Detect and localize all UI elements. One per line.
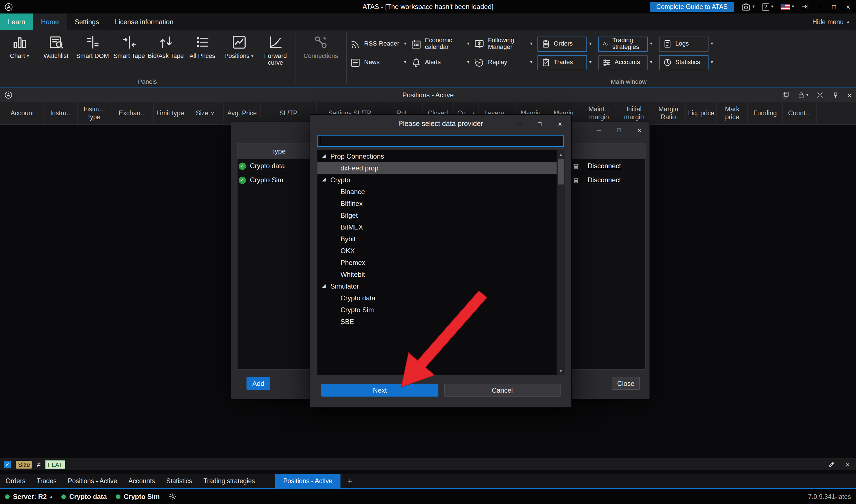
tree-group-crypto[interactable]: Crypto	[317, 174, 565, 186]
tree-item-crypto-data[interactable]: Crypto data	[317, 292, 565, 304]
tree-scrollbar[interactable]: ▲ ▼	[557, 150, 565, 375]
caret-down-icon[interactable]: ▾	[711, 60, 713, 65]
column-header-instrument-type[interactable]: Instru... type	[78, 102, 111, 124]
caret-down-icon[interactable]: ▾	[650, 60, 652, 65]
collapse-window-button[interactable]	[801, 3, 809, 11]
provider-minimize-button[interactable]: ─	[516, 121, 523, 127]
caret-down-icon[interactable]: ▾	[711, 42, 713, 46]
column-header-exchange[interactable]: Exchan...	[111, 102, 154, 124]
bottom-tab-trading-strategies[interactable]: Trading strategies	[198, 474, 261, 488]
tree-item-whitebit[interactable]: Whitebit	[317, 268, 565, 280]
ribbon-item-watchlist[interactable]: Watchlist	[38, 30, 74, 66]
screenshot-button[interactable]: ▾	[741, 2, 755, 12]
disconnect-link-crypto-sim[interactable]: Disconnect	[588, 176, 621, 184]
bottom-tab-trades[interactable]: Trades	[31, 474, 62, 488]
hide-menu-button[interactable]: Hide menu ▴	[806, 14, 856, 30]
tab-home[interactable]: Home	[33, 14, 67, 30]
tree-item-okx[interactable]: OKX	[317, 245, 565, 256]
scroll-thumb[interactable]	[558, 159, 564, 184]
filter-operator[interactable]: ≠	[37, 461, 40, 468]
connection-settings-button[interactable]	[169, 493, 177, 501]
ribbon-item-positions[interactable]: Positions▾	[220, 30, 257, 66]
tree-item-bitget[interactable]: Bitget	[317, 209, 565, 221]
ribbon-item-economic-calendar[interactable]: Economic calendar ▾	[409, 35, 471, 52]
ribbon-item-all-prices[interactable]: All Prices	[184, 30, 220, 66]
tree-item-bitmex[interactable]: BitMEX	[317, 221, 565, 233]
column-header-avg-price[interactable]: Avg. Price	[224, 102, 261, 124]
ribbon-item-connections[interactable]: Connections	[297, 30, 345, 59]
ribbon-item-smart-dom[interactable]: Smart DOM	[74, 30, 111, 66]
connections-minimize-button[interactable]: ─	[595, 127, 602, 134]
trash-icon[interactable]	[572, 162, 579, 169]
minimize-button[interactable]: ─	[817, 4, 823, 10]
filter-value-badge[interactable]: FLAT	[45, 460, 65, 469]
tree-group-simulator[interactable]: Simulator	[317, 280, 565, 292]
server-selector[interactable]: Server: R2 ▴	[5, 493, 52, 501]
bottom-tab-statistics[interactable]: Statistics	[161, 474, 198, 488]
ribbon-item-rss-reader[interactable]: RSS-Reader ▾	[348, 35, 409, 52]
ribbon-item-chart[interactable]: Chart▾	[1, 30, 38, 66]
provider-close-button[interactable]: ×	[557, 120, 563, 127]
tree-item-dxfeed-prop[interactable]: dxFeed prop	[317, 162, 565, 174]
ribbon-item-replay[interactable]: Replay ▾	[471, 54, 535, 71]
panel-settings-button[interactable]	[816, 91, 824, 99]
column-header-funding[interactable]: Funding	[748, 102, 783, 124]
ribbon-item-orders[interactable]: Orders	[537, 36, 587, 52]
filter-checkbox[interactable]: ✓	[4, 461, 11, 468]
provider-maximize-button[interactable]: □	[536, 121, 543, 127]
ribbon-item-trading-strategies[interactable]: Trading strategies	[598, 36, 648, 52]
duplicate-panel-button[interactable]	[782, 91, 790, 99]
column-header-margin-ratio[interactable]: Margin Ratio	[651, 102, 686, 124]
bottom-tab-accounts[interactable]: Accounts	[123, 474, 161, 488]
maximize-button[interactable]: □	[831, 4, 837, 10]
edit-filter-icon[interactable]	[828, 461, 835, 468]
add-connection-button[interactable]: Add	[247, 377, 270, 390]
scroll-up-button[interactable]: ▲	[557, 150, 565, 158]
ribbon-item-alerts[interactable]: Alerts ▾	[409, 54, 471, 71]
close-panel-button[interactable]: ×	[847, 91, 852, 99]
connections-maximize-button[interactable]: □	[616, 127, 622, 134]
column-header-liq-price[interactable]: Liq. price	[686, 102, 717, 124]
ribbon-item-smart-tape[interactable]: Smart Tape	[111, 30, 147, 66]
ribbon-item-trades[interactable]: Trades	[537, 55, 587, 70]
clear-filter-button[interactable]: ×	[845, 460, 850, 469]
provider-search-input[interactable]	[318, 136, 563, 146]
tree-item-phemex[interactable]: Phemex	[317, 256, 565, 268]
ribbon-item-logs[interactable]: Logs	[659, 36, 709, 52]
ribbon-item-following-manager[interactable]: Following Manager ▾	[471, 35, 535, 52]
scroll-down-button[interactable]: ▼	[557, 367, 565, 375]
ribbon-item-news[interactable]: News ▾	[348, 54, 409, 71]
tab-license-information[interactable]: License information	[107, 14, 181, 30]
ribbon-item-statistics[interactable]: Statistics	[659, 55, 709, 70]
provider-search-box[interactable]	[317, 135, 564, 147]
lock-panel-button[interactable]: ▾	[798, 91, 808, 99]
caret-down-icon[interactable]: ▾	[650, 42, 652, 46]
ribbon-item-forward-curve[interactable]: Forward curve	[257, 30, 294, 66]
bottom-tab-positions-active-selected[interactable]: Positions - Active	[275, 474, 340, 488]
tree-item-sbe[interactable]: SBE	[317, 316, 565, 327]
bottom-tab-orders[interactable]: Orders	[0, 474, 31, 488]
connection-status-crypto-sim[interactable]: Crypto Sim	[116, 493, 160, 501]
ribbon-item-accounts[interactable]: Accounts	[598, 55, 648, 70]
column-header-account[interactable]: Account	[0, 102, 45, 124]
connections-close-button[interactable]: ×	[636, 127, 643, 134]
column-header-size[interactable]: Size	[188, 102, 224, 124]
language-button[interactable]: ▾	[781, 4, 794, 10]
trash-icon[interactable]	[572, 176, 579, 184]
complete-guide-button[interactable]: Complete Guide to ATAS	[650, 2, 734, 12]
connections-type-header[interactable]: Type	[247, 144, 311, 159]
column-header-count[interactable]: Count...	[783, 102, 817, 124]
tree-item-bitfinex[interactable]: Bitfinex	[317, 197, 565, 209]
tree-item-bybit[interactable]: Bybit	[317, 233, 565, 245]
column-header-maint-margin[interactable]: Maint... margin	[581, 102, 618, 124]
cancel-button[interactable]: Cancel	[444, 384, 560, 397]
help-button[interactable]: ? ▾	[762, 3, 773, 11]
column-header-initial-margin[interactable]: Initial margin	[618, 102, 651, 124]
caret-down-icon[interactable]: ▾	[589, 60, 591, 65]
disconnect-link-crypto-data[interactable]: Disconnect	[588, 162, 621, 170]
tree-item-binance[interactable]: Binance	[317, 186, 565, 197]
ribbon-item-bid-ask-tape[interactable]: Bid/Ask Tape	[147, 30, 184, 66]
filter-field-badge[interactable]: Size	[16, 461, 32, 468]
column-header-instrument[interactable]: Instru...	[45, 102, 78, 124]
tree-group-prop-connections[interactable]: Prop Connections	[317, 150, 565, 162]
